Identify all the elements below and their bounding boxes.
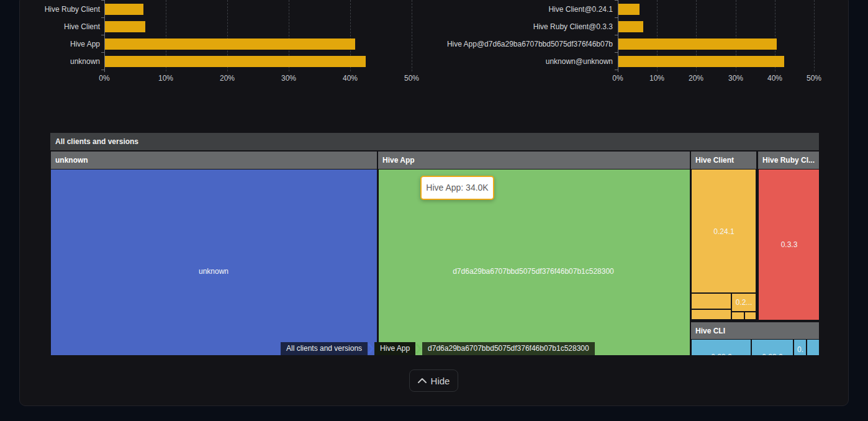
breadcrumb-item-hash[interactable]: d7d6a29ba6707bbd5075df376f46b07b1c528300 <box>422 342 595 355</box>
x-tick: 50% <box>800 74 828 83</box>
bar-hive-ruby-client-0-3-3[interactable] <box>618 21 643 32</box>
category-label: Hive Ruby Client@0.3.3 <box>435 22 613 32</box>
treemap-group-hive-app[interactable]: Hive App <box>378 152 690 169</box>
chevron-right-icon <box>415 342 422 355</box>
treemap-node-label: 0.23.0 <box>697 352 746 355</box>
x-tick: 40% <box>761 74 789 83</box>
treemap-group-hive-client[interactable]: Hive Client <box>691 152 756 169</box>
x-tick: 0% <box>604 74 631 83</box>
treemap-group-hive-cli[interactable]: Hive CLI <box>691 322 819 339</box>
x-tick: 10% <box>643 74 671 83</box>
treemap-title[interactable]: All clients and versions <box>50 133 819 150</box>
x-tick: 30% <box>722 74 749 83</box>
breadcrumb-item-root[interactable]: All clients and versions <box>281 342 368 355</box>
chevron-up-icon <box>418 378 427 383</box>
bar-unknown-unknown[interactable] <box>618 56 784 67</box>
treemap-node-label: 0.23.0 <box>748 352 797 355</box>
chevron-right-icon <box>368 342 374 355</box>
treemap-node-version[interactable] <box>807 340 819 355</box>
category-label: Hive App@d7d6a29ba6707bbd5075df376f46b07… <box>435 39 613 49</box>
gridline <box>814 0 815 71</box>
treemap-node-version[interactable] <box>745 312 756 319</box>
dashboard-screen: Hive Ruby Client Hive Client Hive App un… <box>0 0 868 421</box>
treemap-node-version[interactable] <box>732 312 744 319</box>
treemap-group-hive-ruby-client[interactable]: Hive Ruby Cl... <box>758 152 819 169</box>
hide-button[interactable]: Hide <box>409 369 458 392</box>
breadcrumb-item-hive-app[interactable]: Hive App <box>374 342 415 355</box>
x-tick: 20% <box>682 74 710 83</box>
versions-bar-chart: Hive Client@0.24.1 Hive Ruby Client@0.3.… <box>0 0 868 87</box>
category-label: unknown@unknown <box>435 57 613 66</box>
bar-hive-app-hash[interactable] <box>618 38 777 50</box>
treemap-node-unknown[interactable] <box>51 170 377 355</box>
treemap-node-label: 0.3.3 <box>758 240 819 250</box>
treemap-all-clients-and-versions: All clients and versions unknown unknown… <box>50 133 819 355</box>
hide-button-label: Hide <box>431 376 450 386</box>
treemap-node-label: 0. <box>793 345 807 355</box>
treemap-node-label: d7d6a29ba6707bbd5075df376f46b07b1c528300 <box>440 266 626 276</box>
treemap-group-unknown[interactable]: unknown <box>51 152 377 169</box>
treemap-node-label: 0.2... <box>731 297 757 307</box>
treemap-node-label: unknown <box>176 266 251 276</box>
treemap-breadcrumb: All clients and versions Hive App d7d6a2… <box>281 342 595 355</box>
bar-hive-client-0-24-1[interactable] <box>618 4 640 15</box>
treemap-node-version[interactable] <box>692 310 731 319</box>
treemap-tooltip: Hive App: 34.0K <box>420 176 494 200</box>
category-label: Hive Client@0.24.1 <box>435 4 613 14</box>
treemap-node-version[interactable] <box>692 294 731 309</box>
treemap-node-label: 0.24.1 <box>693 227 755 237</box>
